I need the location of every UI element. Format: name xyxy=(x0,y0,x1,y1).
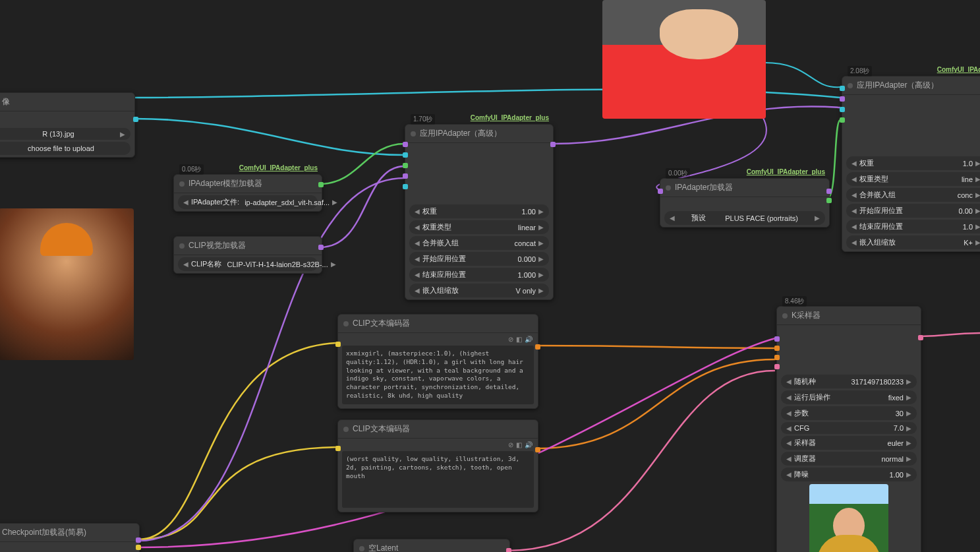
chevron-left-icon: ◀ xyxy=(786,439,792,446)
param-label: 采样器 xyxy=(792,438,819,448)
param-widget[interactable]: ◀采样器euler▶ xyxy=(781,436,917,450)
chevron-left-icon: ◀ xyxy=(415,224,420,231)
clip-name-widget[interactable]: ◀ CLIP名称 CLIP-ViT-H-14-laion2B-s32B-... … xyxy=(178,257,318,271)
chevron-right-icon: ▶ xyxy=(538,208,544,215)
chevron-right-icon: ▶ xyxy=(975,191,980,199)
node-title: CLIP文本编码器 xyxy=(338,315,538,333)
param-widget[interactable]: ◀开始应用位置0.00▶ xyxy=(846,204,980,218)
speaker-icon[interactable]: 🔊 xyxy=(525,441,533,448)
param-widget[interactable]: ◀降噪1.00▶ xyxy=(781,468,917,481)
ksampler-node[interactable]: 8.46秒 K采样器 ◀随机种3171497180233▶◀运行后操作fixed… xyxy=(776,306,921,552)
link-icon[interactable]: ⊘ xyxy=(508,336,513,343)
timing-badge: 8.46秒 xyxy=(782,296,807,307)
param-value: normal xyxy=(819,455,906,463)
param-label: 步数 xyxy=(792,408,811,418)
prompt-textarea[interactable]: (worst quality, low quality, illustratio… xyxy=(342,451,534,508)
param-widget[interactable]: ◀合并嵌入组concat▶ xyxy=(409,236,549,250)
param-label: 开始应用位置 xyxy=(420,254,469,264)
param-value: 30 xyxy=(811,410,906,417)
brand-label: ComfyUI_IPAdapter_plus xyxy=(239,164,318,171)
ipadapter-model-loader-node[interactable]: 0.06秒 ComfyUI_IPAdapter_plus IPAdapter模型… xyxy=(173,174,322,212)
chevron-left-icon: ◀ xyxy=(415,287,420,294)
param-widget[interactable]: ◀合并嵌入组conc▶ xyxy=(846,188,980,202)
chevron-right-icon: ▶ xyxy=(120,131,125,138)
param-widget[interactable]: ◀运行后操作fixed▶ xyxy=(781,390,917,404)
node-title: CLIP文本编码器 xyxy=(338,420,538,439)
load-image-node[interactable]: 像 R (13).jpg ▶ choose file to upload xyxy=(0,92,135,158)
chevron-right-icon: ▶ xyxy=(538,287,544,294)
chevron-right-icon: ▶ xyxy=(975,175,980,183)
param-label: 随机种 xyxy=(792,377,819,386)
clip-text-encode-positive-node[interactable]: CLIP文本编码器 ⊘ ◧ 🔊 xxmixgirl, (masterpiece:… xyxy=(337,314,538,409)
chevron-left-icon: ◀ xyxy=(183,261,188,268)
clip-text-encode-negative-node[interactable]: CLIP文本编码器 ⊘ ◧ 🔊 (worst quality, low qual… xyxy=(337,419,538,512)
param-widget[interactable]: ◀权重1.00▶ xyxy=(409,204,549,218)
param-widget[interactable]: ◀随机种3171497180233▶ xyxy=(781,375,917,388)
param-widget[interactable]: ◀调度器normal▶ xyxy=(781,452,917,466)
param-label: 权重 xyxy=(857,158,877,168)
chevron-right-icon: ▶ xyxy=(975,223,980,230)
param-value: 3171497180233 xyxy=(819,378,906,386)
brand-label: ComfyUI_IPAda xyxy=(937,66,980,73)
chevron-right-icon: ▶ xyxy=(906,394,911,401)
ipadapter-loader-node[interactable]: 0.00秒 ComfyUI_IPAdapter_plus IPAdapter加载… xyxy=(660,178,830,228)
choose-file-button[interactable]: choose file to upload xyxy=(0,142,130,155)
param-widget[interactable]: ◀开始应用位置0.000▶ xyxy=(409,252,549,266)
param-label: 合并嵌入组 xyxy=(420,238,461,248)
param-label: 嵌入组缩放 xyxy=(857,237,898,247)
chevron-left-icon: ◀ xyxy=(415,208,420,215)
chevron-left-icon: ◀ xyxy=(786,378,792,385)
chevron-left-icon: ◀ xyxy=(786,455,792,462)
param-widget[interactable]: ◀权重类型line▶ xyxy=(846,172,980,186)
node-title: IPAdapter模型加载器 xyxy=(174,175,322,193)
expand-icon[interactable]: ◧ xyxy=(516,441,522,448)
param-label: 嵌入组缩放 xyxy=(420,286,461,295)
chevron-right-icon: ▶ xyxy=(538,255,544,262)
chevron-right-icon: ▶ xyxy=(975,239,980,246)
param-widget[interactable]: ◀嵌入组缩放K+▶ xyxy=(846,235,980,249)
param-widget[interactable]: ◀嵌入组缩放V only▶ xyxy=(409,284,549,297)
apply-ipadapter-node[interactable]: 1.70秒 ComfyUI_IPAdapter_plus 应用IPAdapter… xyxy=(405,124,554,300)
empty-latent-node[interactable]: 空Latent xyxy=(353,539,510,552)
title-text: 像 xyxy=(2,96,10,107)
chevron-right-icon: ▶ xyxy=(906,378,911,385)
timing-badge: 0.00秒 xyxy=(666,168,690,179)
chevron-right-icon: ▶ xyxy=(538,224,544,231)
speaker-icon[interactable]: 🔊 xyxy=(525,336,533,343)
chevron-left-icon: ◀ xyxy=(415,239,420,247)
chevron-left-icon: ◀ xyxy=(851,223,857,230)
param-widget[interactable]: ◀结束应用位置1.0▶ xyxy=(846,220,980,233)
node-title: K采样器 xyxy=(777,307,921,325)
ipadapter-file-widget[interactable]: ◀ IPAdapter文件: ip-adapter_sdxl_vit-h.saf… xyxy=(178,195,318,209)
param-widget[interactable]: ◀权重类型linear▶ xyxy=(409,220,549,234)
chevron-right-icon: ▶ xyxy=(906,439,911,446)
image-filename-widget[interactable]: R (13).jpg ▶ xyxy=(0,128,130,140)
timing-badge: 1.70秒 xyxy=(411,114,435,125)
chevron-left-icon: ◀ xyxy=(786,394,792,401)
param-value: 1.00 xyxy=(811,471,906,479)
apply-ipadapter-node-2[interactable]: 2.08秒 ComfyUI_IPAda 应用IPAdapter（高级） ◀权重1… xyxy=(842,76,980,252)
chevron-right-icon: ▶ xyxy=(906,425,911,432)
param-label: 权重类型 xyxy=(857,174,891,184)
chevron-left-icon: ◀ xyxy=(183,199,188,206)
expand-icon[interactable]: ◧ xyxy=(516,336,522,343)
chevron-left-icon: ◀ xyxy=(851,207,857,214)
param-widget[interactable]: ◀权重1.0▶ xyxy=(846,156,980,170)
chevron-right-icon: ▶ xyxy=(906,410,911,417)
param-widget[interactable]: ◀步数30▶ xyxy=(781,406,917,420)
node-title: 应用IPAdapter（高级） xyxy=(405,125,553,143)
chevron-left-icon: ◀ xyxy=(851,160,857,167)
clip-vision-loader-node[interactable]: CLIP视觉加载器 ◀ CLIP名称 CLIP-ViT-H-14-laion2B… xyxy=(173,236,322,274)
param-value: linear xyxy=(454,224,538,231)
param-label: 调度器 xyxy=(792,454,819,464)
link-icon[interactable]: ⊘ xyxy=(508,441,513,448)
param-widget[interactable]: ◀CFG7.0▶ xyxy=(781,422,917,434)
param-widget[interactable]: ◀结束应用位置1.000▶ xyxy=(409,268,549,282)
prompt-textarea[interactable]: xxmixgirl, (masterpiece:1.0), (highest q… xyxy=(342,346,534,404)
chevron-left-icon: ◀ xyxy=(670,214,675,222)
node-title: IPAdapter加载器 xyxy=(660,179,829,197)
checkpoint-loader-node[interactable]: Checkpoint加载器(简易) xyxy=(0,523,140,552)
param-label: 合并嵌入组 xyxy=(857,190,898,200)
chevron-right-icon: ▶ xyxy=(538,271,544,278)
preset-widget[interactable]: ◀ 预设 PLUS FACE (portraits) ▶ xyxy=(664,211,825,225)
